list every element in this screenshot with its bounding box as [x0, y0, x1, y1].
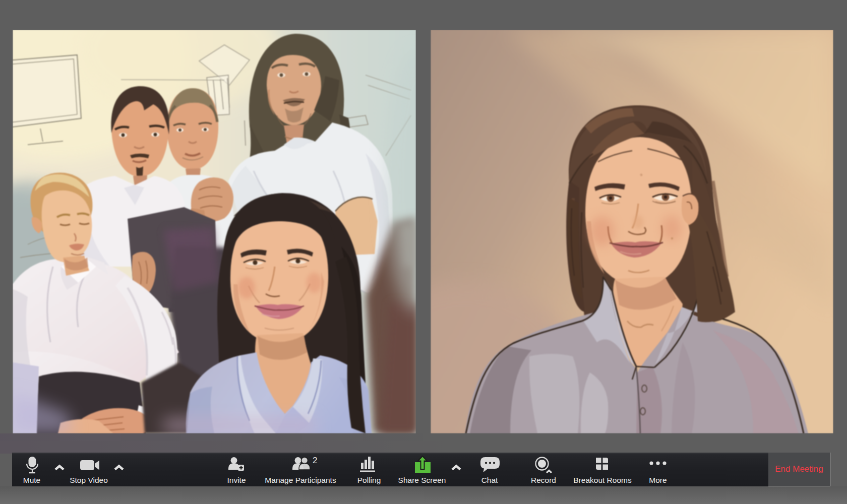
svg-text:2: 2 — [313, 456, 317, 465]
